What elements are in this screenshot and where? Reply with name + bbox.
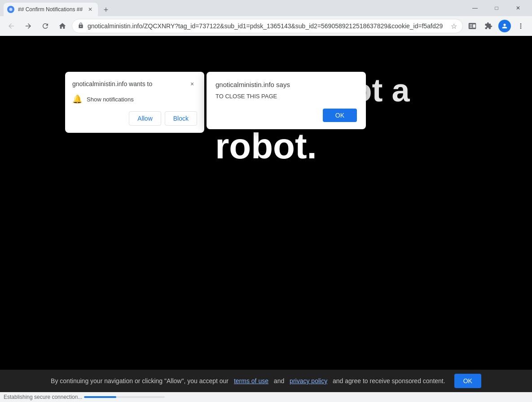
url-text: gnoticalministin.info/ZQCXNRY?tag_id=737… (88, 22, 447, 30)
status-bar: Establishing secure connection... (0, 392, 532, 402)
back-button[interactable] (4, 18, 19, 34)
status-text: Establishing secure connection... (4, 394, 82, 400)
permission-option-label: Show notifications (87, 96, 134, 103)
bottom-ok-button[interactable]: OK (454, 374, 481, 388)
permission-dialog: gnoticalministin.info wants to × 🔔 Show … (65, 72, 204, 133)
new-tab-button[interactable]: + (100, 4, 112, 16)
tab-close-button[interactable]: ✕ (86, 5, 94, 13)
home-button[interactable] (55, 18, 70, 34)
window-controls: — □ ✕ (465, 0, 528, 16)
permission-dialog-title: gnoticalministin.info wants to (72, 80, 152, 87)
permission-option: 🔔 Show notifications (72, 94, 197, 104)
privacy-link[interactable]: privacy policy (290, 377, 327, 385)
alert-dialog-actions: OK (215, 109, 357, 122)
reload-button[interactable] (38, 18, 53, 34)
more-menu-button[interactable] (513, 18, 528, 34)
address-bar[interactable]: gnoticalministin.info/ZQCXNRY?tag_id=737… (72, 19, 463, 33)
tab-bar: ## Confirm Notifications ## ✕ + (4, 0, 463, 16)
alert-dialog: gnoticalministin.info says TO CLOSE THIS… (207, 72, 366, 129)
bookmark-icon[interactable]: ☆ (451, 22, 457, 31)
bottom-text-middle: and (274, 377, 284, 385)
permission-dialog-header: gnoticalministin.info wants to × (72, 79, 197, 89)
close-button[interactable]: ✕ (508, 0, 528, 16)
alert-dialog-title: gnoticalministin.info says (215, 81, 357, 88)
bell-icon: 🔔 (72, 94, 82, 104)
nav-bar: gnoticalministin.info/ZQCXNRY?tag_id=737… (0, 16, 532, 36)
minimize-button[interactable]: — (465, 0, 485, 16)
extensions-button[interactable] (481, 18, 496, 34)
block-button[interactable]: Block (165, 111, 197, 126)
page-content: Clic you are not a robot. gnoticalminist… (0, 36, 532, 392)
status-progress-bar (84, 396, 165, 398)
tab-favicon (7, 6, 14, 13)
title-bar: ## Confirm Notifications ## ✕ + — □ ✕ (0, 0, 532, 16)
nav-extras (465, 18, 528, 34)
allow-button[interactable]: Allow (129, 111, 161, 126)
browser-tab[interactable]: ## Confirm Notifications ## ✕ (4, 3, 98, 16)
terms-link[interactable]: terms of use (234, 377, 268, 385)
bottom-text-before: By continuing your navigation or clickin… (51, 377, 229, 385)
maximize-button[interactable]: □ (486, 0, 507, 16)
tab-title: ## Confirm Notifications ## (18, 6, 83, 13)
status-progress-fill (84, 396, 116, 398)
browser-window: ## Confirm Notifications ## ✕ + — □ ✕ (0, 0, 532, 402)
profile-avatar[interactable] (498, 20, 511, 32)
permission-dialog-close[interactable]: × (187, 79, 197, 89)
profile-button[interactable] (497, 18, 512, 34)
forward-button[interactable] (21, 18, 36, 34)
bottom-bar: By continuing your navigation or clickin… (0, 370, 532, 392)
permission-dialog-actions: Allow Block (72, 111, 197, 126)
alert-ok-button[interactable]: OK (323, 109, 357, 122)
alert-dialog-message: TO CLOSE THIS PAGE (215, 93, 357, 100)
reader-mode-button[interactable] (465, 18, 480, 34)
bottom-text-after: and agree to receive sponsored content. (333, 377, 445, 385)
lock-icon (78, 22, 84, 30)
